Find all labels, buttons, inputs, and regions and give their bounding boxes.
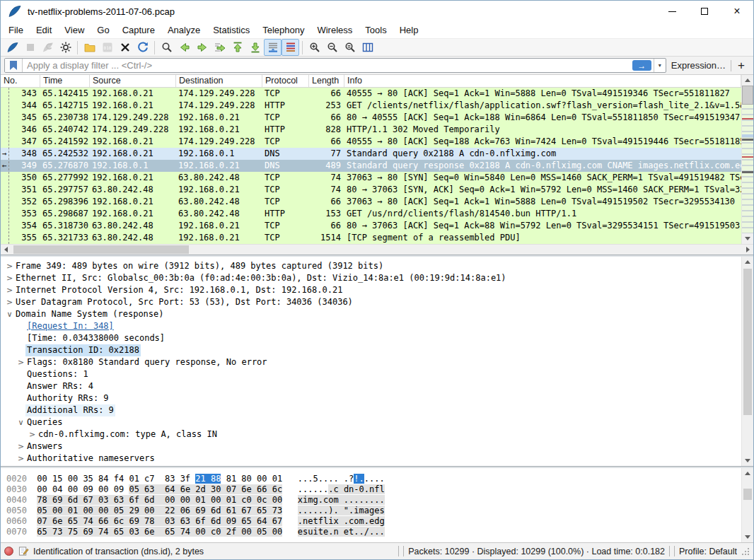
menu-item-view[interactable]: View xyxy=(58,23,91,37)
column-header-source[interactable]: Source xyxy=(90,75,176,87)
expander-collapsed-icon[interactable]: > xyxy=(5,272,14,284)
previous-packet-icon[interactable] xyxy=(175,39,193,56)
scrollbar-thumb[interactable] xyxy=(743,489,752,501)
bytes-scroll-track[interactable] xyxy=(742,479,753,532)
close-file-icon[interactable] xyxy=(116,39,134,56)
hex-row[interactable]: 0060 07 6e 65 74 66 6c 69 78 03 63 6f 6d… xyxy=(6,516,741,527)
zoom-original-icon[interactable] xyxy=(341,39,359,56)
hex-row[interactable]: 0050 05 00 01 00 00 05 29 00 22 06 69 6d… xyxy=(6,506,741,516)
expander-collapsed-icon[interactable]: > xyxy=(28,428,37,441)
column-header-no[interactable]: No. xyxy=(1,75,40,87)
menu-item-telephony[interactable]: Telephony xyxy=(256,23,311,37)
capture-comment-icon[interactable] xyxy=(18,546,29,557)
restart-capture-icon[interactable] xyxy=(39,39,57,56)
detail-tree-item[interactable]: >Frame 349: 489 bytes on wire (3912 bits… xyxy=(1,260,741,272)
hex-row[interactable]: 0020 00 15 00 35 84 f4 01 c7 83 3f 21 88… xyxy=(6,474,741,484)
zoom-in-icon[interactable] xyxy=(306,39,323,56)
auto-scroll-icon[interactable] xyxy=(264,39,282,56)
open-file-icon[interactable] xyxy=(81,39,98,56)
scroll-up-button[interactable] xyxy=(742,468,753,479)
menu-item-go[interactable]: Go xyxy=(91,23,115,37)
detail-tree-item[interactable]: >User Datagram Protocol, Src Port: 53 (5… xyxy=(1,296,741,308)
detail-tree-item[interactable]: >Ethernet II, Src: Globalsc_00:3b:0a (f0… xyxy=(1,272,741,284)
packet-list-minimap[interactable] xyxy=(742,86,753,233)
detail-tree-item[interactable]: Transaction ID: 0x2188 xyxy=(1,344,741,356)
zoom-out-icon[interactable] xyxy=(323,39,341,56)
column-header-time[interactable]: Time xyxy=(40,75,90,87)
packet-row[interactable]: 35065.277992192.168.0.2163.80.242.48TCP7… xyxy=(1,172,741,184)
hex-row[interactable]: 0070 65 73 75 69 74 65 03 6e 65 74 00 c0… xyxy=(6,527,741,537)
packet-row[interactable]: 34465.142715192.168.0.21174.129.249.228H… xyxy=(1,100,741,112)
last-packet-icon[interactable] xyxy=(246,39,264,56)
scrollbar-thumb[interactable] xyxy=(742,86,753,105)
reload-file-icon[interactable] xyxy=(134,39,151,56)
colorize-packets-icon[interactable] xyxy=(282,39,299,56)
resize-columns-icon[interactable] xyxy=(359,39,376,56)
detail-tree-item[interactable]: >Flags: 0x8180 Standard query response, … xyxy=(1,356,741,368)
scroll-up-button[interactable] xyxy=(742,257,753,267)
menu-item-analyze[interactable]: Analyze xyxy=(161,23,207,37)
packet-row[interactable]: 348→65.242532192.168.0.21192.168.0.1DNS7… xyxy=(1,148,741,160)
close-button[interactable]: × xyxy=(721,1,753,22)
scroll-down-button[interactable] xyxy=(742,455,753,466)
find-packet-icon[interactable] xyxy=(158,39,175,56)
apply-filter-button[interactable]: → xyxy=(632,60,651,71)
packet-row[interactable]: 34365.142415192.168.0.21174.129.249.228T… xyxy=(1,88,741,100)
expander-expanded-icon[interactable]: ∨ xyxy=(16,416,25,428)
packet-row[interactable]: 34665.240742174.129.249.228192.168.0.21H… xyxy=(1,124,741,136)
hex-row[interactable]: 0040 78 69 6d 67 03 63 6f 6d 00 00 01 00… xyxy=(6,495,741,506)
detail-tree-item[interactable]: >Authoritative nameservers xyxy=(1,453,741,465)
expression-button[interactable]: Expression… xyxy=(671,60,726,71)
filter-bookmark-button[interactable] xyxy=(5,59,23,72)
menu-item-file[interactable]: File xyxy=(2,23,30,37)
packet-row[interactable]: 34765.241592192.168.0.21174.129.249.228T… xyxy=(1,136,741,148)
scrollbar-thumb[interactable] xyxy=(743,269,752,415)
scroll-down-button[interactable] xyxy=(742,532,753,542)
scroll-left-button[interactable] xyxy=(1,245,11,255)
detail-tree-item[interactable]: >Answers xyxy=(1,441,741,453)
menu-item-statistics[interactable]: Statistics xyxy=(207,23,256,37)
expander-collapsed-icon[interactable]: > xyxy=(16,441,25,453)
expander-collapsed-icon[interactable]: > xyxy=(5,296,14,308)
menu-item-help[interactable]: Help xyxy=(393,23,425,37)
minimize-button[interactable] xyxy=(656,1,688,22)
detail-tree-item[interactable]: [Request In: 348] xyxy=(1,320,741,332)
menu-item-edit[interactable]: Edit xyxy=(30,23,58,37)
hex-row[interactable]: 0030 00 04 00 09 00 09 05 63 64 6e 2d 30… xyxy=(6,484,741,495)
scroll-down-button[interactable] xyxy=(742,233,753,244)
scroll-up-button[interactable] xyxy=(742,75,753,86)
column-header-protocol[interactable]: Protocol xyxy=(262,75,309,87)
column-header-length[interactable]: Length xyxy=(309,75,344,87)
expander-collapsed-icon[interactable]: > xyxy=(16,453,25,465)
detail-tree-item[interactable]: >cdn-0.nflximg.com: type A, class IN xyxy=(1,428,741,441)
resize-grip[interactable] xyxy=(741,547,750,556)
packet-row[interactable]: 34565.230738174.129.249.228192.168.0.21T… xyxy=(1,112,741,124)
menu-item-wireless[interactable]: Wireless xyxy=(311,23,359,37)
details-scroll-track[interactable] xyxy=(742,267,753,455)
packet-row[interactable]: 35365.298687192.168.0.2163.80.242.48HTTP… xyxy=(1,208,741,220)
add-filter-button[interactable]: + xyxy=(736,59,750,73)
scroll-right-button[interactable] xyxy=(743,245,753,255)
detail-tree-item[interactable]: Authority RRs: 9 xyxy=(1,392,741,404)
menu-item-tools[interactable]: Tools xyxy=(359,23,393,37)
hscroll-track[interactable] xyxy=(11,245,743,255)
column-header-info[interactable]: Info xyxy=(344,75,741,87)
packet-row[interactable]: 349←65.276870192.168.0.1192.168.0.21DNS4… xyxy=(1,160,741,172)
expander-collapsed-icon[interactable]: > xyxy=(5,260,14,272)
packet-row[interactable]: 35265.298396192.168.0.2163.80.242.48TCP6… xyxy=(1,196,741,208)
hscroll-thumb[interactable] xyxy=(13,245,189,254)
packet-row[interactable]: 35465.31873063.80.242.48192.168.0.21TCP6… xyxy=(1,220,741,232)
detail-tree-item[interactable]: Answer RRs: 4 xyxy=(1,380,741,392)
detail-tree-item[interactable]: Additional RRs: 9 xyxy=(1,404,741,416)
stop-capture-icon[interactable] xyxy=(21,39,39,56)
detail-tree-item[interactable]: ∨Domain Name System (response) xyxy=(1,308,741,320)
next-packet-icon[interactable] xyxy=(193,39,211,56)
display-filter-input[interactable] xyxy=(23,60,632,71)
column-header-destination[interactable]: Destination xyxy=(176,75,262,87)
menu-item-capture[interactable]: Capture xyxy=(116,23,161,37)
maximize-button[interactable] xyxy=(688,1,721,22)
expander-collapsed-icon[interactable]: > xyxy=(16,356,25,368)
detail-tree-item[interactable]: Questions: 1 xyxy=(1,368,741,380)
save-file-icon[interactable]: 010 xyxy=(98,39,116,56)
packet-row[interactable]: 35565.32173363.80.242.48192.168.0.21TCP1… xyxy=(1,232,741,244)
